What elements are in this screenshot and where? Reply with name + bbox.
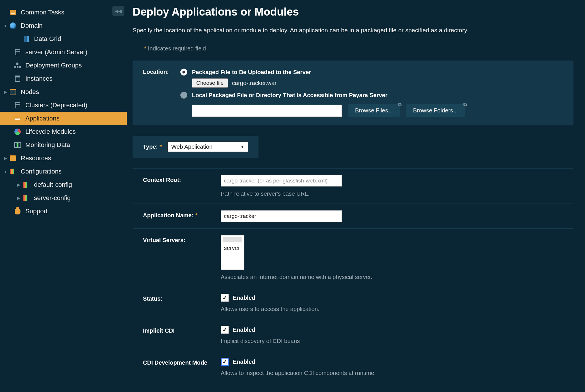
required-note: * Indicates required field <box>144 45 573 52</box>
collapse-sidebar-button[interactable]: ◀◀ <box>112 6 124 16</box>
type-select[interactable]: Web Application ▼ <box>167 142 248 152</box>
sidebar-item-server-config[interactable]: ▶server-config <box>0 191 127 205</box>
sidebar-item-nodes[interactable]: ▶Nodes <box>0 85 127 99</box>
implicit-cdi-label: Implicit CDI <box>143 326 209 334</box>
cdi-dev-mode-checkbox-label: Enabled <box>233 359 255 365</box>
browse-folders-label: Browse Folders... <box>413 107 458 114</box>
lifecycle-icon <box>14 128 21 135</box>
sidebar-item-server-admin-server-[interactable]: server (Admin Server) <box>0 46 127 59</box>
status-checkbox-label: Enabled <box>233 295 255 301</box>
implicit-cdi-checkbox[interactable]: ✓ <box>221 326 229 334</box>
sidebar-item-default-config[interactable]: ▶default-config <box>0 178 127 191</box>
datagrid-icon <box>22 35 30 43</box>
sidebar-item-label: Nodes <box>21 88 39 96</box>
sidebar-item-label: Instances <box>25 75 52 82</box>
expander-icon[interactable]: ▶ <box>3 90 8 94</box>
required-note-text: Indicates required field <box>148 45 206 52</box>
sidebar-item-resources[interactable]: ▶Resources <box>0 152 127 165</box>
sidebar-item-label: Deployment Groups <box>25 62 82 69</box>
status-checkbox[interactable]: ✓ <box>221 294 229 302</box>
sidebar-item-label: Data Grid <box>34 35 61 43</box>
sidebar-item-label: server (Admin Server) <box>25 48 87 56</box>
cdi-dev-mode-checkbox[interactable]: ✓ <box>221 358 229 366</box>
type-panel: Type: * Web Application ▼ <box>133 136 258 158</box>
virtual-server-option[interactable]: server <box>223 244 242 252</box>
sidebar-item-label: default-config <box>34 181 72 189</box>
chosen-file-name: cargo-tracker.war <box>232 80 277 86</box>
sidebar-item-monitoring-data[interactable]: Monitoring Data <box>0 138 127 152</box>
implicit-cdi-help: Implicit discovery of CDI beans <box>221 338 563 344</box>
sidebar-item-label: Configurations <box>21 168 62 175</box>
location-panel: Location: Packaged File to Be Uploaded t… <box>133 61 573 125</box>
expander-icon[interactable]: ▶ <box>3 156 8 161</box>
config-icon <box>22 194 30 202</box>
context-root-label: Context Root: <box>143 175 209 183</box>
location-label: Location: <box>143 69 172 117</box>
browse-files-button[interactable]: Browse Files... ⧉ <box>348 104 400 117</box>
main-content: Deploy Applications or Modules Specify t… <box>127 0 585 392</box>
choose-file-button[interactable]: Choose file <box>192 78 228 88</box>
globe-icon <box>9 22 17 29</box>
server-icon <box>14 75 21 82</box>
sidebar-item-label: Lifecycle Modules <box>25 128 76 135</box>
nav-tree: Common Tasks▼DomainData Gridserver (Admi… <box>0 6 127 218</box>
listbox-header <box>223 237 242 242</box>
expander-icon[interactable]: ▼ <box>3 169 8 174</box>
status-label: Status: <box>143 294 209 302</box>
resources-icon <box>9 154 17 162</box>
sidebar-item-data-grid[interactable]: Data Grid <box>0 32 127 46</box>
type-label-text: Type: <box>143 144 158 150</box>
context-root-input[interactable] <box>221 175 342 186</box>
apps-icon <box>14 115 21 122</box>
sidebar-item-label: server-config <box>34 194 71 202</box>
sidebar-item-label: Monitoring Data <box>25 141 70 149</box>
form-rows: Context Root: Path relative to server's … <box>133 168 573 383</box>
required-star-icon: * <box>144 45 146 52</box>
status-help: Allows users to access the application. <box>221 306 563 312</box>
expander-icon[interactable]: ▶ <box>16 182 21 187</box>
required-star-icon: * <box>159 144 162 150</box>
sidebar-item-configurations[interactable]: ▼Configurations <box>0 165 127 178</box>
app-name-input[interactable] <box>221 210 342 222</box>
groups-icon <box>14 62 21 69</box>
virtual-servers-label: Virtual Servers: <box>143 235 209 244</box>
location-radio-local[interactable] <box>180 92 187 99</box>
sidebar-item-clusters-deprecated-[interactable]: Clusters (Deprecated) <box>0 99 127 112</box>
virtual-servers-help: Associates an Internet domain name with … <box>221 274 563 280</box>
sidebar-item-common-tasks[interactable]: Common Tasks <box>0 6 127 19</box>
location-radio-local-label: Local Packaged File or Directory That Is… <box>192 92 387 99</box>
popout-icon: ⧉ <box>398 102 401 107</box>
sidebar-item-label: Common Tasks <box>21 9 64 16</box>
app-name-label-text: Application Name: <box>143 212 194 218</box>
page-title: Deploy Applications or Modules <box>133 6 573 18</box>
sidebar-item-domain[interactable]: ▼Domain <box>0 19 127 32</box>
browse-folders-button[interactable]: Browse Folders... ⧉ <box>406 104 465 117</box>
implicit-cdi-checkbox-label: Enabled <box>233 327 255 333</box>
sidebar-item-instances[interactable]: Instances <box>0 72 127 85</box>
monitor-icon <box>14 141 21 149</box>
nodes-icon <box>9 88 17 96</box>
server-icon <box>14 101 21 109</box>
sidebar-item-label: Clusters (Deprecated) <box>25 101 87 109</box>
sidebar-item-lifecycle-modules[interactable]: Lifecycle Modules <box>0 125 127 138</box>
app-name-label: Application Name: * <box>143 210 209 219</box>
sidebar-item-support[interactable]: Support <box>0 205 127 218</box>
config-icon <box>22 181 30 189</box>
popout-icon: ⧉ <box>463 102 467 107</box>
expander-icon[interactable]: ▶ <box>16 196 21 200</box>
sidebar-item-label: Resources <box>21 154 51 162</box>
page-intro: Specify the location of the application … <box>133 27 573 34</box>
location-radio-upload-label: Packaged File to Be Uploaded to the Serv… <box>192 69 311 76</box>
location-radio-upload[interactable] <box>180 69 187 76</box>
sidebar-item-applications[interactable]: Applications <box>0 112 127 125</box>
local-path-input[interactable] <box>192 105 342 117</box>
expander-icon[interactable]: ▼ <box>3 23 8 28</box>
cdi-dev-mode-label: CDI Development Mode <box>143 358 209 366</box>
sidebar: ◀◀ Common Tasks▼DomainData Gridserver (A… <box>0 0 127 392</box>
support-icon <box>14 208 21 215</box>
sidebar-item-label: Domain <box>21 22 43 29</box>
sidebar-item-label: Applications <box>25 115 60 122</box>
sidebar-item-deployment-groups[interactable]: Deployment Groups <box>0 59 127 72</box>
virtual-servers-listbox[interactable]: server <box>221 235 244 270</box>
chevron-down-icon: ▼ <box>240 144 244 149</box>
